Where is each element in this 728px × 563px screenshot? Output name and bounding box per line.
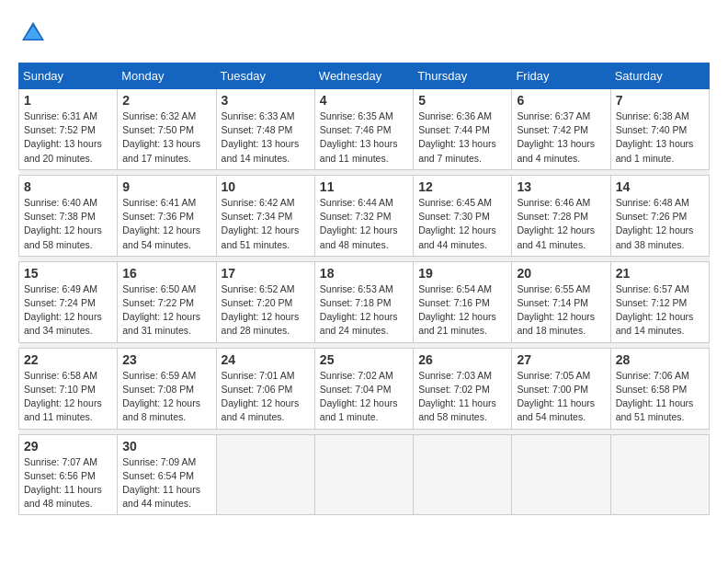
day-number: 10 <box>222 179 310 194</box>
day-info: Sunrise: 6:45 AMSunset: 7:30 PMDaylight:… <box>418 196 506 252</box>
day-number: 4 <box>320 93 408 108</box>
day-info: Sunrise: 6:35 AMSunset: 7:46 PMDaylight:… <box>320 109 408 166</box>
calendar-day-cell: 18Sunrise: 6:53 AMSunset: 7:18 PMDayligh… <box>314 261 413 342</box>
day-info: Sunrise: 6:32 AMSunset: 7:50 PMDaylight:… <box>122 109 210 166</box>
calendar-day-cell: 1Sunrise: 6:31 AMSunset: 7:52 PMDaylight… <box>19 89 118 170</box>
day-number: 9 <box>122 179 210 194</box>
calendar-day-cell: 30Sunrise: 7:09 AMSunset: 6:54 PMDayligh… <box>118 434 216 515</box>
day-info: Sunrise: 6:55 AMSunset: 7:14 PMDaylight:… <box>517 282 605 339</box>
header-friday: Friday <box>512 63 610 89</box>
day-number: 2 <box>122 93 210 108</box>
day-number: 30 <box>122 439 210 454</box>
day-info: Sunrise: 6:57 AMSunset: 7:12 PMDaylight:… <box>616 282 704 339</box>
day-info: Sunrise: 6:31 AMSunset: 7:52 PMDaylight:… <box>24 109 112 166</box>
calendar-day-cell: 3Sunrise: 6:33 AMSunset: 7:48 PMDaylight… <box>216 89 314 170</box>
day-info: Sunrise: 7:05 AMSunset: 7:00 PMDaylight:… <box>517 369 605 425</box>
day-info: Sunrise: 6:42 AMSunset: 7:34 PMDaylight:… <box>222 196 310 252</box>
day-number: 1 <box>24 93 112 108</box>
day-info: Sunrise: 6:38 AMSunset: 7:40 PMDaylight:… <box>616 109 704 166</box>
calendar-day-cell: 21Sunrise: 6:57 AMSunset: 7:12 PMDayligh… <box>610 261 709 342</box>
calendar-day-cell <box>414 434 512 515</box>
calendar-day-cell: 27Sunrise: 7:05 AMSunset: 7:00 PMDayligh… <box>512 348 610 429</box>
day-number: 8 <box>24 179 112 194</box>
calendar-day-cell <box>216 434 314 515</box>
calendar-day-cell: 13Sunrise: 6:46 AMSunset: 7:28 PMDayligh… <box>512 175 610 256</box>
calendar-week-3: 15Sunrise: 6:49 AMSunset: 7:24 PMDayligh… <box>19 261 710 342</box>
calendar-day-cell <box>314 434 413 515</box>
day-number: 19 <box>418 266 506 281</box>
calendar-day-cell: 8Sunrise: 6:40 AMSunset: 7:38 PMDaylight… <box>19 175 118 256</box>
calendar-week-2: 8Sunrise: 6:40 AMSunset: 7:38 PMDaylight… <box>19 175 710 256</box>
day-info: Sunrise: 7:01 AMSunset: 7:06 PMDaylight:… <box>222 369 310 425</box>
calendar-day-cell: 22Sunrise: 6:58 AMSunset: 7:10 PMDayligh… <box>19 348 118 429</box>
calendar-day-cell: 28Sunrise: 7:06 AMSunset: 6:58 PMDayligh… <box>610 348 709 429</box>
day-info: Sunrise: 6:52 AMSunset: 7:20 PMDaylight:… <box>222 282 310 339</box>
day-info: Sunrise: 6:36 AMSunset: 7:44 PMDaylight:… <box>418 109 506 166</box>
logo-icon <box>18 18 48 48</box>
calendar-day-cell: 12Sunrise: 6:45 AMSunset: 7:30 PMDayligh… <box>414 175 512 256</box>
calendar-day-cell: 19Sunrise: 6:54 AMSunset: 7:16 PMDayligh… <box>414 261 512 342</box>
header-tuesday: Tuesday <box>216 63 314 89</box>
logo <box>18 18 51 48</box>
day-number: 6 <box>517 93 605 108</box>
day-number: 20 <box>517 266 605 281</box>
day-info: Sunrise: 7:02 AMSunset: 7:04 PMDaylight:… <box>320 369 408 425</box>
calendar-day-cell: 15Sunrise: 6:49 AMSunset: 7:24 PMDayligh… <box>19 261 118 342</box>
calendar-day-cell: 23Sunrise: 6:59 AMSunset: 7:08 PMDayligh… <box>118 348 216 429</box>
header-saturday: Saturday <box>610 63 709 89</box>
day-info: Sunrise: 6:40 AMSunset: 7:38 PMDaylight:… <box>24 196 112 252</box>
day-number: 16 <box>122 266 210 281</box>
day-number: 28 <box>616 352 704 367</box>
calendar-day-cell: 9Sunrise: 6:41 AMSunset: 7:36 PMDaylight… <box>118 175 216 256</box>
day-info: Sunrise: 6:53 AMSunset: 7:18 PMDaylight:… <box>320 282 408 339</box>
day-number: 7 <box>616 93 704 108</box>
day-number: 13 <box>517 179 605 194</box>
page-header <box>18 18 710 48</box>
header-monday: Monday <box>118 63 216 89</box>
day-number: 24 <box>222 352 310 367</box>
calendar-day-cell: 25Sunrise: 7:02 AMSunset: 7:04 PMDayligh… <box>314 348 413 429</box>
calendar-week-1: 1Sunrise: 6:31 AMSunset: 7:52 PMDaylight… <box>19 89 710 170</box>
day-number: 26 <box>418 352 506 367</box>
calendar-day-cell: 26Sunrise: 7:03 AMSunset: 7:02 PMDayligh… <box>414 348 512 429</box>
calendar-day-cell: 6Sunrise: 6:37 AMSunset: 7:42 PMDaylight… <box>512 89 610 170</box>
day-number: 14 <box>616 179 704 194</box>
calendar-day-cell: 4Sunrise: 6:35 AMSunset: 7:46 PMDaylight… <box>314 89 413 170</box>
day-number: 22 <box>24 352 112 367</box>
day-info: Sunrise: 6:54 AMSunset: 7:16 PMDaylight:… <box>418 282 506 339</box>
day-number: 11 <box>320 179 408 194</box>
calendar-day-cell: 20Sunrise: 6:55 AMSunset: 7:14 PMDayligh… <box>512 261 610 342</box>
day-info: Sunrise: 6:48 AMSunset: 7:26 PMDaylight:… <box>616 196 704 252</box>
calendar-day-cell: 17Sunrise: 6:52 AMSunset: 7:20 PMDayligh… <box>216 261 314 342</box>
day-info: Sunrise: 6:49 AMSunset: 7:24 PMDaylight:… <box>24 282 112 339</box>
day-info: Sunrise: 6:44 AMSunset: 7:32 PMDaylight:… <box>320 196 408 252</box>
day-info: Sunrise: 7:03 AMSunset: 7:02 PMDaylight:… <box>418 369 506 425</box>
day-info: Sunrise: 6:41 AMSunset: 7:36 PMDaylight:… <box>122 196 210 252</box>
day-number: 21 <box>616 266 704 281</box>
calendar-day-cell: 24Sunrise: 7:01 AMSunset: 7:06 PMDayligh… <box>216 348 314 429</box>
day-info: Sunrise: 6:58 AMSunset: 7:10 PMDaylight:… <box>24 369 112 425</box>
day-info: Sunrise: 6:59 AMSunset: 7:08 PMDaylight:… <box>122 369 210 425</box>
day-info: Sunrise: 6:46 AMSunset: 7:28 PMDaylight:… <box>517 196 605 252</box>
calendar-day-cell: 16Sunrise: 6:50 AMSunset: 7:22 PMDayligh… <box>118 261 216 342</box>
day-number: 15 <box>24 266 112 281</box>
calendar-day-cell: 14Sunrise: 6:48 AMSunset: 7:26 PMDayligh… <box>610 175 709 256</box>
day-number: 5 <box>418 93 506 108</box>
day-info: Sunrise: 6:37 AMSunset: 7:42 PMDaylight:… <box>517 109 605 166</box>
day-number: 27 <box>517 352 605 367</box>
calendar-week-4: 22Sunrise: 6:58 AMSunset: 7:10 PMDayligh… <box>19 348 710 429</box>
calendar-day-cell: 5Sunrise: 6:36 AMSunset: 7:44 PMDaylight… <box>414 89 512 170</box>
header-sunday: Sunday <box>19 63 118 89</box>
calendar-day-cell: 29Sunrise: 7:07 AMSunset: 6:56 PMDayligh… <box>19 434 118 515</box>
day-number: 25 <box>320 352 408 367</box>
calendar-week-5: 29Sunrise: 7:07 AMSunset: 6:56 PMDayligh… <box>19 434 710 515</box>
calendar-day-cell <box>512 434 610 515</box>
day-info: Sunrise: 7:09 AMSunset: 6:54 PMDaylight:… <box>122 455 210 511</box>
calendar-day-cell: 2Sunrise: 6:32 AMSunset: 7:50 PMDaylight… <box>118 89 216 170</box>
day-number: 18 <box>320 266 408 281</box>
calendar-day-cell: 11Sunrise: 6:44 AMSunset: 7:32 PMDayligh… <box>314 175 413 256</box>
calendar-day-cell: 7Sunrise: 6:38 AMSunset: 7:40 PMDaylight… <box>610 89 709 170</box>
day-number: 12 <box>418 179 506 194</box>
day-info: Sunrise: 6:33 AMSunset: 7:48 PMDaylight:… <box>222 109 310 166</box>
calendar-table: SundayMondayTuesdayWednesdayThursdayFrid… <box>18 63 710 515</box>
